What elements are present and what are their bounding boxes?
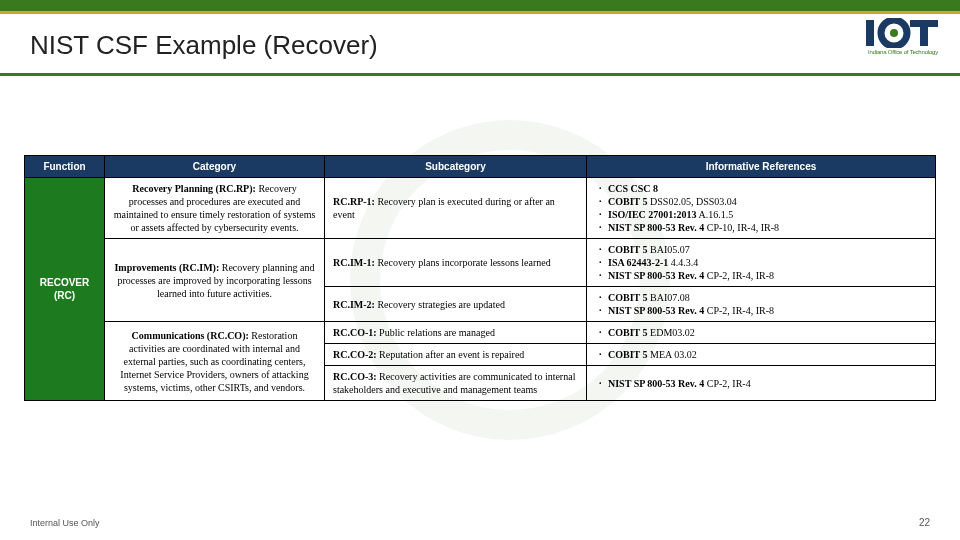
subcategory-cell: RC.CO-1: Public relations are managed (325, 322, 587, 344)
references-cell: COBIT 5 EDM03.02 (587, 322, 936, 344)
reference-item: ISA 62443-2-1 4.4.3.4 (591, 256, 927, 269)
subcategory-cell: RC.CO-3: Recovery activities are communi… (325, 366, 587, 401)
table-row: RECOVER (RC)Recovery Planning (RC.RP): R… (25, 178, 936, 239)
references-cell: NIST SP 800-53 Rev. 4 CP-2, IR-4 (587, 366, 936, 401)
subcategory-cell: RC.RP-1: Recovery plan is executed durin… (325, 178, 587, 239)
reference-item: NIST SP 800-53 Rev. 4 CP-2, IR-4, IR-8 (591, 269, 927, 282)
reference-item: COBIT 5 BAI05.07 (591, 243, 927, 256)
category-cell: Improvements (RC.IM): Recovery planning … (105, 239, 325, 322)
references-cell: CCS CSC 8COBIT 5 DSS02.05, DSS03.04ISO/I… (587, 178, 936, 239)
subcategory-cell: RC.CO-2: Reputation after an event is re… (325, 344, 587, 366)
references-cell: COBIT 5 MEA 03.02 (587, 344, 936, 366)
category-cell: Recovery Planning (RC.RP): Recovery proc… (105, 178, 325, 239)
footer-classification: Internal Use Only (30, 518, 100, 528)
top-accent-bar (0, 0, 960, 14)
svg-point-2 (890, 29, 898, 37)
subcategory-cell: RC.IM-1: Recovery plans incorporate less… (325, 239, 587, 287)
reference-item: COBIT 5 EDM03.02 (591, 326, 927, 339)
reference-item: NIST SP 800-53 Rev. 4 CP-10, IR-4, IR-8 (591, 221, 927, 234)
th-category: Category (105, 156, 325, 178)
page-title: NIST CSF Example (Recover) (30, 30, 378, 61)
iot-logo-icon (866, 18, 938, 48)
th-references: Informative References (587, 156, 936, 178)
reference-item: CCS CSC 8 (591, 182, 927, 195)
reference-item: COBIT 5 DSS02.05, DSS03.04 (591, 195, 927, 208)
references-cell: COBIT 5 BAI07.08NIST SP 800-53 Rev. 4 CP… (587, 287, 936, 322)
table-row: Communications (RC.CO): Restoration acti… (25, 322, 936, 344)
table-header-row: Function Category Subcategory Informativ… (25, 156, 936, 178)
function-cell: RECOVER (RC) (25, 178, 105, 401)
subcategory-cell: RC.IM-2: Recovery strategies are updated (325, 287, 587, 322)
csf-table-container: Function Category Subcategory Informativ… (24, 155, 936, 401)
reference-item: NIST SP 800-53 Rev. 4 CP-2, IR-4 (591, 377, 927, 390)
reference-item: ISO/IEC 27001:2013 A.16.1.5 (591, 208, 927, 221)
reference-item: COBIT 5 MEA 03.02 (591, 348, 927, 361)
page-number: 22 (919, 517, 930, 528)
svg-rect-4 (920, 20, 928, 46)
reference-item: COBIT 5 BAI07.08 (591, 291, 927, 304)
csf-table: Function Category Subcategory Informativ… (24, 155, 936, 401)
th-function: Function (25, 156, 105, 178)
svg-rect-0 (866, 20, 874, 46)
references-cell: COBIT 5 BAI05.07ISA 62443-2-1 4.4.3.4NIS… (587, 239, 936, 287)
th-subcategory: Subcategory (325, 156, 587, 178)
title-underline (0, 73, 960, 76)
logo-tagline: Indiana Office of Technology (866, 49, 938, 55)
reference-item: NIST SP 800-53 Rev. 4 CP-2, IR-4, IR-8 (591, 304, 927, 317)
category-cell: Communications (RC.CO): Restoration acti… (105, 322, 325, 401)
brand-logo: Indiana Office of Technology (866, 18, 938, 55)
table-row: Improvements (RC.IM): Recovery planning … (25, 239, 936, 287)
